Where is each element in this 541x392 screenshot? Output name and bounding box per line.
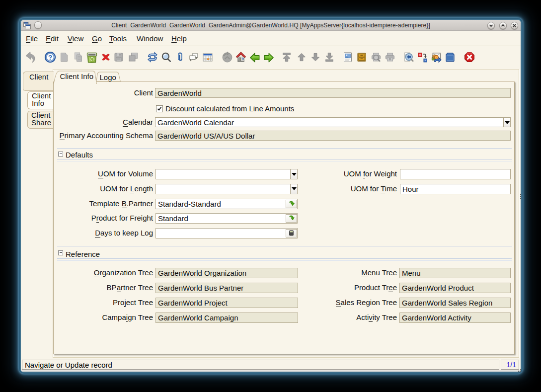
svg-text:?: ? (48, 53, 52, 61)
